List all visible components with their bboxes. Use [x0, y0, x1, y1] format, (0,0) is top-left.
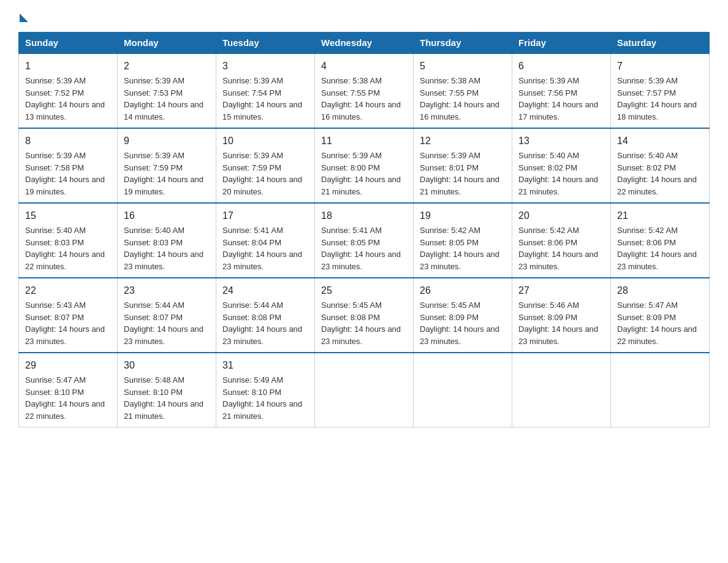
day-number: 14 — [617, 134, 703, 148]
calendar-cell: 7Sunrise: 5:39 AMSunset: 7:57 PMDaylight… — [611, 53, 710, 128]
calendar-cell: 6Sunrise: 5:39 AMSunset: 7:56 PMDaylight… — [512, 53, 611, 128]
weekday-header: Friday — [512, 33, 611, 54]
day-info: Sunrise: 5:44 AMSunset: 8:08 PMDaylight:… — [222, 301, 302, 346]
day-number: 1 — [25, 59, 111, 74]
day-info: Sunrise: 5:40 AMSunset: 8:03 PMDaylight:… — [124, 226, 203, 271]
weekday-header: Sunday — [19, 33, 118, 54]
calendar-cell: 17Sunrise: 5:41 AMSunset: 8:04 PMDayligh… — [216, 203, 315, 278]
day-number: 15 — [25, 209, 111, 223]
calendar-cell: 19Sunrise: 5:42 AMSunset: 8:05 PMDayligh… — [414, 203, 512, 278]
day-number: 13 — [518, 134, 604, 148]
day-info: Sunrise: 5:38 AMSunset: 7:55 PMDaylight:… — [420, 76, 499, 121]
day-number: 23 — [124, 283, 210, 298]
day-number: 31 — [222, 358, 308, 373]
day-number: 2 — [124, 59, 210, 74]
calendar-cell: 10Sunrise: 5:39 AMSunset: 7:59 PMDayligh… — [216, 128, 315, 203]
day-info: Sunrise: 5:39 AMSunset: 7:54 PMDaylight:… — [222, 76, 302, 121]
day-number: 20 — [518, 209, 604, 223]
calendar-cell: 13Sunrise: 5:40 AMSunset: 8:02 PMDayligh… — [512, 128, 611, 203]
weekday-header: Monday — [118, 33, 216, 54]
calendar-table: SundayMondayTuesdayWednesdayThursdayFrid… — [18, 32, 710, 427]
weekday-header: Thursday — [414, 33, 512, 54]
day-info: Sunrise: 5:39 AMSunset: 7:57 PMDaylight:… — [617, 76, 697, 121]
day-number: 25 — [321, 283, 407, 298]
calendar-week-row: 15Sunrise: 5:40 AMSunset: 8:03 PMDayligh… — [19, 203, 710, 278]
day-number: 28 — [617, 283, 703, 298]
calendar-header-row: SundayMondayTuesdayWednesdayThursdayFrid… — [19, 33, 710, 54]
day-number: 12 — [420, 134, 506, 148]
calendar-cell: 25Sunrise: 5:45 AMSunset: 8:08 PMDayligh… — [315, 278, 414, 353]
day-number: 29 — [25, 358, 111, 373]
day-info: Sunrise: 5:41 AMSunset: 8:05 PMDaylight:… — [321, 226, 401, 271]
day-info: Sunrise: 5:49 AMSunset: 8:10 PMDaylight:… — [222, 375, 302, 421]
day-info: Sunrise: 5:39 AMSunset: 7:58 PMDaylight:… — [25, 151, 105, 196]
day-number: 19 — [420, 209, 506, 223]
calendar-cell — [315, 353, 414, 427]
day-number: 8 — [25, 134, 111, 148]
day-number: 5 — [420, 59, 506, 74]
day-number: 6 — [518, 59, 604, 74]
calendar-cell: 9Sunrise: 5:39 AMSunset: 7:59 PMDaylight… — [118, 128, 216, 203]
calendar-cell: 21Sunrise: 5:42 AMSunset: 8:06 PMDayligh… — [611, 203, 710, 278]
calendar-cell: 3Sunrise: 5:39 AMSunset: 7:54 PMDaylight… — [216, 53, 315, 128]
day-info: Sunrise: 5:45 AMSunset: 8:08 PMDaylight:… — [321, 301, 401, 346]
calendar-week-row: 8Sunrise: 5:39 AMSunset: 7:58 PMDaylight… — [19, 128, 710, 203]
calendar-cell: 30Sunrise: 5:48 AMSunset: 8:10 PMDayligh… — [118, 353, 216, 427]
calendar-cell: 23Sunrise: 5:44 AMSunset: 8:07 PMDayligh… — [118, 278, 216, 353]
day-number: 16 — [124, 209, 210, 223]
day-info: Sunrise: 5:39 AMSunset: 7:56 PMDaylight:… — [518, 76, 598, 121]
day-number: 17 — [222, 209, 308, 223]
calendar-cell: 16Sunrise: 5:40 AMSunset: 8:03 PMDayligh… — [118, 203, 216, 278]
day-number: 24 — [222, 283, 308, 298]
calendar-cell: 1Sunrise: 5:39 AMSunset: 7:52 PMDaylight… — [19, 53, 118, 128]
calendar-week-row: 1Sunrise: 5:39 AMSunset: 7:52 PMDaylight… — [19, 53, 710, 128]
weekday-header: Saturday — [611, 33, 710, 54]
calendar-cell: 29Sunrise: 5:47 AMSunset: 8:10 PMDayligh… — [19, 353, 118, 427]
day-info: Sunrise: 5:40 AMSunset: 8:03 PMDaylight:… — [25, 226, 105, 271]
day-number: 7 — [617, 59, 703, 74]
day-info: Sunrise: 5:39 AMSunset: 7:59 PMDaylight:… — [222, 151, 302, 196]
calendar-cell: 18Sunrise: 5:41 AMSunset: 8:05 PMDayligh… — [315, 203, 414, 278]
page-header — [18, 12, 710, 21]
logo-arrow-icon — [20, 13, 28, 22]
weekday-header: Wednesday — [315, 33, 414, 54]
weekday-header: Tuesday — [216, 33, 315, 54]
day-number: 18 — [321, 209, 407, 223]
logo — [18, 12, 28, 21]
day-info: Sunrise: 5:38 AMSunset: 7:55 PMDaylight:… — [321, 76, 401, 121]
calendar-cell: 20Sunrise: 5:42 AMSunset: 8:06 PMDayligh… — [512, 203, 611, 278]
calendar-cell: 11Sunrise: 5:39 AMSunset: 8:00 PMDayligh… — [315, 128, 414, 203]
calendar-body: 1Sunrise: 5:39 AMSunset: 7:52 PMDaylight… — [19, 53, 710, 427]
day-info: Sunrise: 5:39 AMSunset: 7:53 PMDaylight:… — [124, 76, 203, 121]
calendar-cell — [414, 353, 512, 427]
calendar-cell — [611, 353, 710, 427]
day-info: Sunrise: 5:39 AMSunset: 8:01 PMDaylight:… — [420, 151, 499, 196]
calendar-cell: 26Sunrise: 5:45 AMSunset: 8:09 PMDayligh… — [414, 278, 512, 353]
day-number: 4 — [321, 59, 407, 74]
day-info: Sunrise: 5:45 AMSunset: 8:09 PMDaylight:… — [420, 301, 499, 346]
day-info: Sunrise: 5:41 AMSunset: 8:04 PMDaylight:… — [222, 226, 302, 271]
day-number: 27 — [518, 283, 604, 298]
calendar-week-row: 29Sunrise: 5:47 AMSunset: 8:10 PMDayligh… — [19, 353, 710, 427]
day-number: 3 — [222, 59, 308, 74]
calendar-cell: 27Sunrise: 5:46 AMSunset: 8:09 PMDayligh… — [512, 278, 611, 353]
day-info: Sunrise: 5:47 AMSunset: 8:10 PMDaylight:… — [25, 375, 105, 421]
calendar-cell: 22Sunrise: 5:43 AMSunset: 8:07 PMDayligh… — [19, 278, 118, 353]
day-number: 10 — [222, 134, 308, 148]
calendar-cell: 2Sunrise: 5:39 AMSunset: 7:53 PMDaylight… — [118, 53, 216, 128]
day-number: 30 — [124, 358, 210, 373]
calendar-cell: 14Sunrise: 5:40 AMSunset: 8:02 PMDayligh… — [611, 128, 710, 203]
calendar-cell: 24Sunrise: 5:44 AMSunset: 8:08 PMDayligh… — [216, 278, 315, 353]
day-info: Sunrise: 5:43 AMSunset: 8:07 PMDaylight:… — [25, 301, 105, 346]
day-info: Sunrise: 5:40 AMSunset: 8:02 PMDaylight:… — [617, 151, 697, 196]
day-number: 21 — [617, 209, 703, 223]
day-info: Sunrise: 5:42 AMSunset: 8:06 PMDaylight:… — [617, 226, 697, 271]
day-number: 9 — [124, 134, 210, 148]
day-info: Sunrise: 5:44 AMSunset: 8:07 PMDaylight:… — [124, 301, 203, 346]
day-info: Sunrise: 5:46 AMSunset: 8:09 PMDaylight:… — [518, 301, 598, 346]
day-info: Sunrise: 5:39 AMSunset: 7:59 PMDaylight:… — [124, 151, 203, 196]
day-info: Sunrise: 5:39 AMSunset: 8:00 PMDaylight:… — [321, 151, 401, 196]
calendar-cell: 28Sunrise: 5:47 AMSunset: 8:09 PMDayligh… — [611, 278, 710, 353]
calendar-week-row: 22Sunrise: 5:43 AMSunset: 8:07 PMDayligh… — [19, 278, 710, 353]
day-info: Sunrise: 5:40 AMSunset: 8:02 PMDaylight:… — [518, 151, 598, 196]
